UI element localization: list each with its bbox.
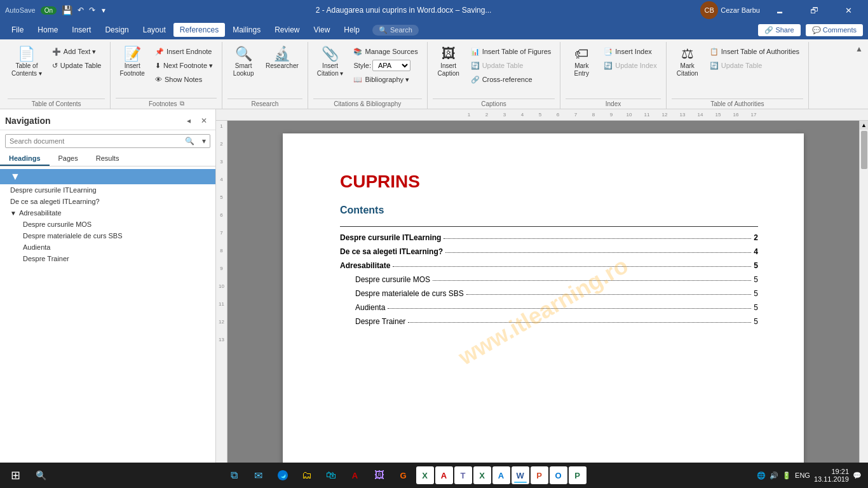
- restore-button[interactable]: 🗗: [799, 0, 829, 20]
- menu-item-mailings[interactable]: Mailings: [226, 23, 267, 37]
- next-footnote-button[interactable]: ⬇ Next Footnote ▾: [151, 58, 217, 72]
- redo-icon[interactable]: ↷: [89, 6, 95, 15]
- style-dropdown[interactable]: APA MLA Chicago: [372, 60, 410, 71]
- save-icon[interactable]: 💾: [62, 5, 72, 15]
- nav-search-input[interactable]: [6, 135, 181, 147]
- insert-table-of-authorities-button[interactable]: 📋 Insert Table of Authorities: [706, 44, 803, 58]
- doc-page[interactable]: www.itlearning.ro CUPRINS Contents Despr…: [283, 133, 804, 471]
- scroll-up-button[interactable]: ▲: [860, 121, 869, 130]
- footnotes-expand-icon[interactable]: ⧉: [180, 100, 184, 107]
- nav-search-dropdown[interactable]: ▾: [198, 135, 210, 147]
- doc-heading[interactable]: CUPRINS: [340, 172, 758, 192]
- menu-item-help[interactable]: Help: [337, 23, 366, 37]
- menu-item-file[interactable]: File: [5, 23, 30, 37]
- share-button[interactable]: 🔗 Share: [758, 24, 800, 36]
- table-of-contents-button[interactable]: 📄 Table ofContents ▾: [8, 44, 46, 90]
- taskbar-app-azure[interactable]: A: [492, 466, 510, 484]
- taskbar-app-edge[interactable]: [271, 464, 294, 487]
- manage-sources-button[interactable]: 📚 Manage Sources: [349, 44, 421, 58]
- nav-item-4[interactable]: Despre materialele de curs SBS: [0, 230, 215, 241]
- mark-citation-button[interactable]: ⚖ MarkCitation: [672, 44, 703, 90]
- toc-entry-6[interactable]: Despre Trainer 5: [340, 317, 758, 326]
- next-footnote-icon: ⬇: [155, 62, 161, 70]
- authorities-group-content: ⚖ MarkCitation 📋 Insert Table of Authori…: [672, 43, 803, 98]
- show-notes-button[interactable]: 👁 Show Notes: [151, 72, 217, 86]
- add-text-button[interactable]: ➕ Add Text ▾: [48, 44, 105, 58]
- ribbon-collapse-button[interactable]: ▲: [853, 42, 865, 109]
- taskbar-app-teams[interactable]: T: [454, 466, 472, 484]
- nav-close-button[interactable]: ✕: [198, 114, 210, 127]
- nav-tab-pages[interactable]: Pages: [50, 152, 87, 166]
- nav-search-button[interactable]: 🔍: [181, 135, 198, 147]
- nav-item-3[interactable]: Despre cursurile MOS: [0, 219, 215, 230]
- minimize-button[interactable]: 🗕: [765, 0, 794, 20]
- menu-item-insert[interactable]: Insert: [65, 23, 97, 37]
- smart-lookup-button[interactable]: 🔍 SmartLookup: [227, 44, 259, 90]
- insert-index-button[interactable]: 📑 Insert Index: [600, 44, 660, 58]
- taskbar-app-excel2[interactable]: X: [473, 466, 491, 484]
- toc-entry-2[interactable]: Adresabilitate 5: [340, 261, 758, 270]
- ruler-area: 1 2 3 4 5 6 7 8 9 10 11 12 13 14 15 16 1…: [216, 109, 868, 471]
- nav-item-6[interactable]: Despre Trainer: [0, 253, 215, 264]
- menu-item-home[interactable]: Home: [31, 23, 64, 37]
- taskbar-app-project[interactable]: P: [569, 466, 587, 484]
- search-bar[interactable]: 🔍 Search: [372, 25, 419, 36]
- menu-item-references[interactable]: References: [173, 23, 225, 37]
- mark-entry-button[interactable]: 🏷 MarkEntry: [566, 44, 597, 90]
- insert-footnote-button[interactable]: 📝 InsertFootnote: [116, 44, 148, 90]
- nav-item-1[interactable]: De ce sa alegeti ITLearning?: [0, 196, 215, 207]
- taskbar-app-excel1[interactable]: X: [416, 466, 434, 484]
- nav-collapse-button[interactable]: ◂: [182, 114, 195, 127]
- taskbar-app-access[interactable]: A: [435, 466, 453, 484]
- taskbar-app-word[interactable]: W: [512, 466, 529, 484]
- time-display[interactable]: 19:21 13.11.2019: [814, 468, 849, 483]
- toc-entry-3[interactable]: Despre cursurile MOS 5: [340, 275, 758, 284]
- toc-entry-5[interactable]: Audienta 5: [340, 303, 758, 312]
- menu-item-layout[interactable]: Layout: [137, 23, 172, 37]
- toc-entry-1[interactable]: De ce sa alegeti ITLearning? 4: [340, 247, 758, 256]
- vertical-scrollbar[interactable]: ▲ ▼: [859, 121, 868, 471]
- customize-icon[interactable]: ▼: [100, 7, 107, 14]
- taskbar-app-outlook[interactable]: O: [550, 466, 567, 484]
- undo-icon[interactable]: ↶: [78, 6, 84, 15]
- research-group-label: Research: [227, 98, 302, 109]
- nav-tab-results[interactable]: Results: [87, 152, 128, 166]
- nav-item-0[interactable]: Despre cursurile ITLearning: [0, 184, 215, 196]
- taskbar-app-files[interactable]: 🗂: [295, 464, 318, 487]
- taskbar-app-acrobat[interactable]: A: [344, 464, 367, 487]
- close-button[interactable]: ✕: [834, 0, 863, 20]
- scroll-thumb[interactable]: [861, 131, 867, 169]
- menu-item-design[interactable]: Design: [98, 23, 135, 37]
- researcher-button[interactable]: 🔬 Researcher: [262, 44, 302, 90]
- comments-button[interactable]: 💬 Comments: [806, 24, 863, 36]
- toc-entry-4[interactable]: Despre materialele de curs SBS 5: [340, 289, 758, 298]
- taskbar-app-g[interactable]: G: [392, 464, 415, 487]
- taskbar-app-powerpoint[interactable]: P: [531, 466, 548, 484]
- nav-tab-headings[interactable]: Headings: [0, 152, 50, 166]
- insert-endnote-button[interactable]: 📌 Insert Endnote: [151, 44, 217, 58]
- taskbar-app-store[interactable]: 🛍: [320, 464, 342, 487]
- menu-item-view[interactable]: View: [308, 23, 337, 37]
- update-table-button[interactable]: ↺ Update Table: [48, 58, 105, 72]
- doc-scroll[interactable]: www.itlearning.ro CUPRINS Contents Despr…: [227, 121, 859, 471]
- insert-caption-button[interactable]: 🖼 InsertCaption: [433, 44, 465, 90]
- taskbar-app-taskview[interactable]: ⧉: [223, 464, 246, 487]
- style-selector[interactable]: Style: APA MLA Chicago: [349, 58, 421, 72]
- insert-citation-button[interactable]: 📎 InsertCitation ▾: [313, 44, 348, 90]
- collapse-icon[interactable]: ▲: [855, 44, 863, 53]
- nav-item-adresabilitate[interactable]: ▼ Adresabilitate: [0, 207, 215, 219]
- nav-selected-heading[interactable]: ▼: [0, 169, 215, 184]
- bibliography-button[interactable]: 📖 Bibliography ▾: [349, 72, 421, 86]
- taskbar-app-mail[interactable]: ✉: [247, 464, 270, 487]
- menu-item-review[interactable]: Review: [268, 23, 306, 37]
- taskbar-search-button[interactable]: 🔍: [29, 464, 52, 487]
- insert-table-of-figures-button[interactable]: 📊 Insert Table of Figures: [467, 44, 555, 58]
- nav-item-5[interactable]: Audienta: [0, 241, 215, 253]
- autosave-toggle[interactable]: On: [41, 6, 57, 15]
- taskbar-start-button[interactable]: ⊞: [4, 464, 27, 487]
- scroll-track[interactable]: [860, 130, 868, 463]
- taskbar-app-photos[interactable]: 🖼: [368, 464, 391, 487]
- toc-entry-0[interactable]: Despre cursurile ITLearning 2: [340, 233, 758, 242]
- cross-reference-button[interactable]: 🔗 Cross-reference: [467, 72, 555, 86]
- notification-icon[interactable]: 💬: [853, 471, 862, 480]
